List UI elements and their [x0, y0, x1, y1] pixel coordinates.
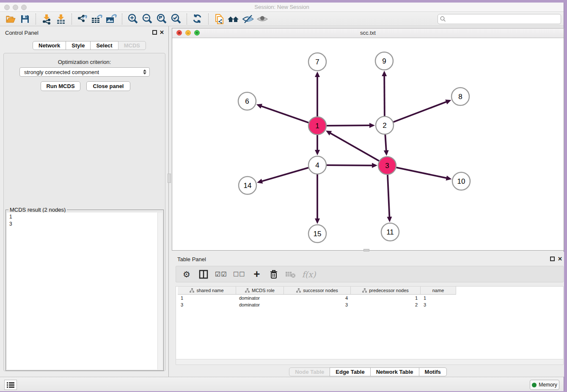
graph-node-label-3: 3	[385, 162, 389, 170]
graph-node-label-9: 9	[382, 57, 386, 65]
graph-edge-1-6[interactable]	[261, 106, 308, 123]
export-network-icon[interactable]	[75, 13, 90, 25]
cell-successor-nodes[interactable]: 3	[284, 302, 351, 309]
float-panel-icon[interactable]	[152, 30, 157, 35]
graph-edge-2-8[interactable]	[394, 102, 447, 122]
graph-edge-3-11[interactable]	[388, 175, 390, 218]
table-close-panel-icon[interactable]: ✕	[558, 256, 562, 262]
memory-button[interactable]: Memory	[530, 380, 559, 390]
column-type-icon	[190, 288, 194, 293]
column-header-shared-name[interactable]: shared name	[178, 287, 236, 295]
tab-mcds[interactable]: MCDS	[118, 41, 146, 50]
hide-selected-eye-slash-icon[interactable]	[241, 13, 255, 25]
split-columns-icon[interactable]	[198, 268, 209, 281]
tab-style[interactable]: Style	[66, 41, 91, 50]
graph-edge-arrowhead	[256, 104, 262, 108]
tab-motifs[interactable]: Motifs	[419, 367, 447, 376]
delete-table-icon	[285, 268, 296, 281]
zoom-out-icon[interactable]	[140, 13, 154, 25]
cell-name[interactable]: 1	[421, 295, 456, 302]
network-canvas[interactable]: 7968124314101511	[172, 38, 564, 250]
tab-network-table[interactable]: Network Table	[370, 367, 419, 376]
column-type-icon	[362, 288, 367, 293]
task-history-button[interactable]	[4, 380, 17, 390]
panel-splitter-handle[interactable]	[168, 174, 171, 183]
dropdown-stepper-icon	[142, 69, 148, 75]
column-type-icon	[296, 288, 301, 293]
close-panel-icon[interactable]: ✕	[160, 29, 164, 36]
graph-edge-arrowhead	[382, 71, 387, 76]
zoom-selected-icon[interactable]	[169, 13, 183, 25]
open-session-icon[interactable]	[3, 13, 18, 25]
function-builder-icon: f(x)	[302, 268, 316, 281]
graph-edge-3-1[interactable]	[330, 133, 379, 161]
hide-columns-unchecked-icon[interactable]: ☐☐	[233, 268, 245, 281]
export-table-icon[interactable]	[90, 13, 104, 25]
run-mcds-button[interactable]: Run MCDS	[41, 81, 80, 91]
network-view-window: ✕ − + scc.txt 7968124314101511	[172, 28, 564, 251]
table-options-gear-icon[interactable]: ⚙	[181, 268, 192, 281]
search-input[interactable]	[438, 14, 561, 24]
cell-shared-name[interactable]: 3	[178, 302, 236, 309]
column-type-icon	[245, 288, 250, 293]
delete-column-trash-icon[interactable]	[268, 268, 279, 281]
graph-edge-2-9[interactable]	[384, 75, 385, 116]
result-scrollbar[interactable]	[157, 213, 162, 370]
column-header-successor-nodes[interactable]: successor nodes	[284, 287, 351, 295]
cell-shared-name[interactable]: 1	[178, 295, 236, 302]
node-table: shared name MCDS role successor nodes pr…	[176, 286, 564, 359]
cell-predecessor-nodes[interactable]: 2	[351, 302, 421, 309]
graph-edge-arrowhead	[315, 150, 320, 155]
toolbar-separator	[208, 14, 209, 25]
column-header-predecessor-nodes[interactable]: predecessor nodes	[351, 287, 421, 295]
tab-network[interactable]: Network	[33, 41, 66, 50]
search-field-wrap	[438, 14, 561, 24]
tab-edge-table[interactable]: Edge Table	[330, 367, 370, 376]
column-header-mcds-role[interactable]: MCDS role	[236, 287, 284, 295]
toolbar-separator	[187, 14, 187, 25]
optimization-criterion-dropdown[interactable]: strongly connected component	[19, 67, 150, 77]
graph-node-label-4: 4	[315, 161, 319, 169]
table-float-panel-icon[interactable]	[550, 257, 555, 261]
graph-edge-1-2[interactable]	[327, 125, 370, 126]
table-toolbar: ⚙ ☑☑ ☐☐ + f(x)	[176, 266, 564, 282]
graph-node-label-11: 11	[386, 228, 394, 236]
memory-label: Memory	[539, 382, 557, 388]
graph-node-label-6: 6	[245, 97, 249, 105]
tab-select[interactable]: Select	[90, 41, 118, 50]
table-row[interactable]: 3 dominator 3 2 3	[178, 302, 456, 309]
toolbar-separator	[36, 14, 36, 25]
graph-edge-arrowhead	[372, 163, 377, 168]
zoom-in-icon[interactable]	[126, 13, 140, 25]
cell-predecessor-nodes[interactable]: 1	[351, 295, 421, 302]
control-panel: Control Panel ✕ Network Style Select MCD…	[0, 26, 169, 377]
home-icon[interactable]	[226, 13, 241, 25]
graph-node-label-15: 15	[314, 230, 322, 238]
cell-name[interactable]: 3	[421, 302, 456, 309]
network-resize-handle[interactable]	[363, 249, 369, 251]
export-image-icon[interactable]	[104, 13, 118, 25]
column-header-name[interactable]: name	[421, 287, 456, 295]
graph-edge-4-14[interactable]	[261, 168, 308, 181]
close-panel-button[interactable]: Close panel	[86, 81, 130, 91]
graph-edge-2-3[interactable]	[385, 135, 386, 151]
graph-edge-4-3[interactable]	[327, 165, 373, 166]
add-column-icon[interactable]: +	[251, 268, 262, 281]
zoom-fit-icon[interactable]	[154, 13, 169, 25]
refresh-layout-icon[interactable]	[190, 13, 205, 25]
cell-successor-nodes[interactable]: 4	[284, 295, 351, 302]
graph-edge-3-10[interactable]	[396, 168, 447, 178]
save-session-icon[interactable]	[18, 13, 32, 25]
show-all-eye-icon[interactable]	[255, 13, 270, 25]
graph-node-label-14: 14	[244, 182, 252, 190]
tab-node-table[interactable]: Node Table	[289, 367, 330, 376]
table-horizontal-scrollbar[interactable]	[176, 359, 564, 365]
cell-mcds-role[interactable]: dominator	[236, 295, 284, 302]
copy-network-icon[interactable]	[212, 13, 226, 25]
graph-edge-arrowhead	[445, 99, 451, 104]
import-table-icon[interactable]	[54, 13, 68, 25]
show-columns-checked-icon[interactable]: ☑☑	[215, 268, 227, 281]
import-network-icon[interactable]	[39, 13, 54, 25]
table-row[interactable]: 1 dominator 4 1 1	[178, 295, 456, 302]
cell-mcds-role[interactable]: dominator	[236, 302, 284, 309]
